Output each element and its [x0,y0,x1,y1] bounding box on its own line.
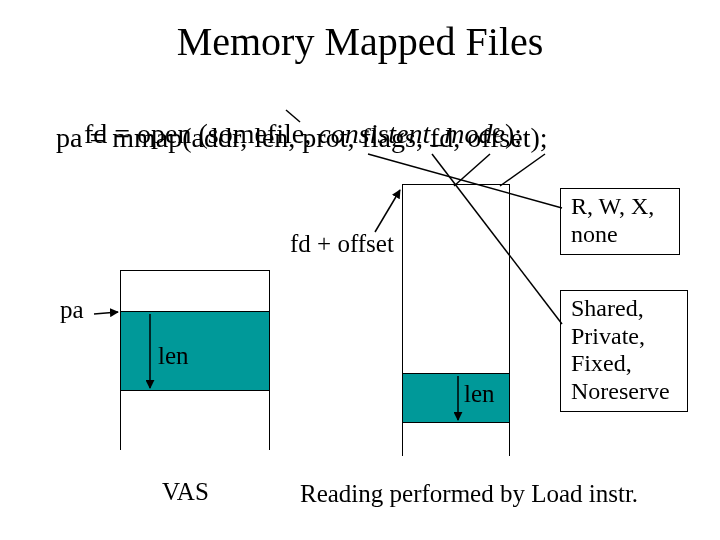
callout-flags: Shared, Private, Fixed, Noreserve [560,290,688,412]
label-reading: Reading performed by Load instr. [300,480,638,508]
vas-segment-mapped [121,311,269,391]
callout-prot: R, W, X, none [560,188,680,255]
label-len-file: len [464,380,495,408]
file-segment-bottom [403,423,509,457]
slide: Memory Mapped Files fd = open (somefile,… [0,0,720,540]
vas-segment-bottom [121,391,269,451]
svg-line-1 [94,312,118,314]
svg-line-3 [375,190,400,232]
label-len-vas: len [158,342,189,370]
label-vas: VAS [162,478,209,506]
slide-title: Memory Mapped Files [0,18,720,65]
code-line-mmap: pa = mmap(addr, len, prot, flags, fd, of… [56,122,548,154]
label-fd-offset: fd + offset [290,230,394,258]
file-segment-top [403,185,509,373]
vas-column [120,270,270,450]
diagram-lines [0,0,720,540]
label-pa: pa [60,296,84,324]
file-column [402,184,510,456]
vas-segment-top [121,271,269,311]
